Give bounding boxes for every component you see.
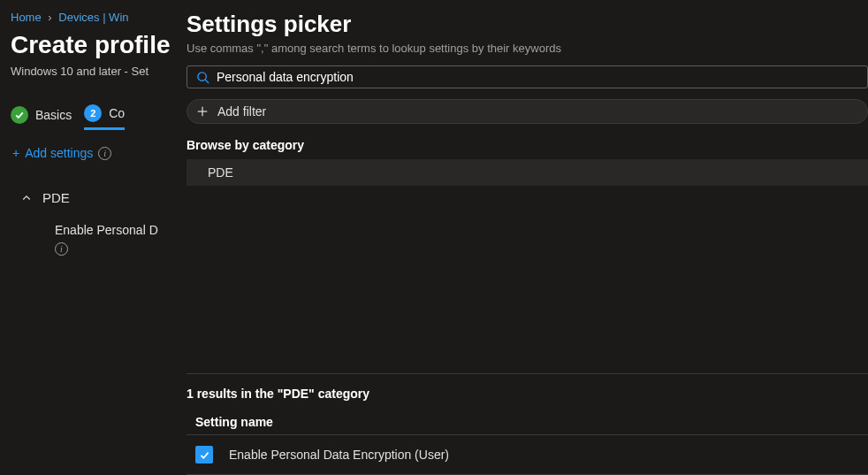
settings-tree: PDE Enable Personal D i	[0, 181, 172, 256]
add-settings-link[interactable]: + Add settings i	[0, 146, 172, 181]
add-settings-label: Add settings	[25, 146, 93, 160]
setting-checkbox[interactable]	[195, 446, 213, 464]
page-title: Create profile	[0, 31, 172, 65]
category-pde[interactable]: PDE	[187, 159, 868, 186]
page-subtitle: Windows 10 and later - Set	[0, 65, 172, 104]
info-icon[interactable]: i	[55, 242, 68, 256]
results-section: 1 results in the "PDE" category Setting …	[187, 373, 868, 475]
add-filter-label: Add filter	[217, 104, 266, 119]
wizard-tabs: Basics 2 Co	[0, 104, 172, 146]
check-icon	[11, 106, 28, 124]
tree-item-info: i	[12, 237, 160, 256]
tab-configuration-label: Co	[109, 106, 125, 120]
info-icon[interactable]: i	[98, 147, 111, 160]
svg-line-1	[205, 80, 209, 83]
search-icon	[196, 71, 209, 84]
settings-picker-panel: Settings picker Use commas "," among sea…	[172, 0, 868, 475]
tree-group-label: PDE	[42, 190, 70, 205]
tree-item-enable-pde[interactable]: Enable Personal D	[12, 214, 160, 237]
chevron-right-icon: ›	[48, 11, 51, 24]
tree-group-pde[interactable]: PDE	[12, 181, 160, 214]
breadcrumb: Home › Devices | Win	[0, 11, 172, 31]
browse-by-category-label: Browse by category	[187, 138, 868, 152]
column-header-setting-name[interactable]: Setting name	[187, 410, 868, 435]
plus-text-icon: +	[12, 146, 19, 160]
search-input[interactable]	[217, 70, 858, 84]
plus-icon	[196, 105, 209, 118]
tab-basics-label: Basics	[35, 108, 72, 122]
picker-subtitle: Use commas "," among search terms to loo…	[187, 42, 868, 55]
breadcrumb-home[interactable]: Home	[11, 11, 42, 24]
chevron-up-icon	[21, 193, 32, 203]
left-panel: Home › Devices | Win Create profile Wind…	[0, 0, 172, 475]
search-field-wrapper[interactable]	[187, 65, 868, 88]
svg-point-0	[198, 72, 206, 80]
add-filter-button[interactable]: Add filter	[187, 99, 868, 124]
setting-name: Enable Personal Data Encryption (User)	[229, 448, 449, 462]
check-icon	[199, 449, 210, 461]
breadcrumb-devices[interactable]: Devices | Win	[58, 11, 128, 24]
tab-basics[interactable]: Basics	[11, 106, 72, 129]
setting-row[interactable]: Enable Personal Data Encryption (User)	[187, 435, 868, 475]
step-number-badge: 2	[84, 104, 102, 122]
picker-title: Settings picker	[187, 11, 868, 38]
results-count: 1 results in the "PDE" category	[187, 387, 868, 401]
tab-configuration[interactable]: 2 Co	[84, 104, 125, 130]
